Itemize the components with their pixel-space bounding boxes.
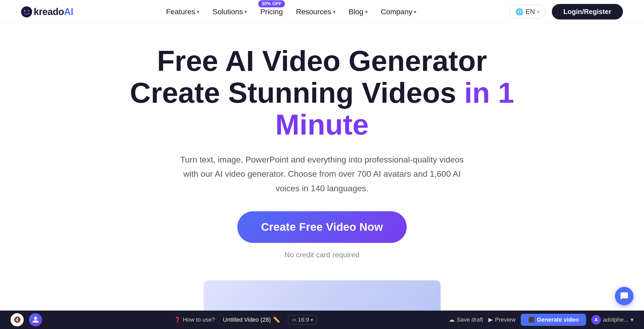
svg-point-2 — [28, 10, 30, 12]
nav-item-resources[interactable]: Resources ▾ — [296, 8, 336, 16]
preview-button[interactable]: ▶ Preview — [488, 316, 515, 323]
chat-support-button[interactable] — [615, 287, 633, 305]
svg-point-1 — [24, 10, 26, 12]
no-credit-text: No credit card required — [284, 251, 360, 259]
generate-icon: ⬛ — [528, 317, 535, 323]
bottom-right: ☁ Save draft ▶ Preview ⬛ Generate video … — [449, 314, 633, 326]
globe-icon: 🌐 — [515, 8, 523, 16]
nav-right: 🌐 EN ▾ Login/Register — [509, 4, 623, 19]
nav-item-pricing[interactable]: 30% OFF Pricing — [260, 8, 283, 16]
how-to-use[interactable]: ❓ How to use? — [174, 316, 215, 323]
save-draft-button[interactable]: ☁ Save draft — [449, 316, 483, 323]
blog-chevron-icon: ▾ — [365, 9, 368, 15]
mute-icon: 🔇 — [14, 316, 21, 323]
resources-chevron-icon: ▾ — [333, 9, 336, 15]
bottom-left: 🔇 — [11, 313, 42, 326]
bottom-center: ❓ How to use? Untitled Video (28) ✏️ ▭ 1… — [174, 315, 317, 325]
aspect-chevron-icon: ▾ — [311, 317, 313, 322]
svg-point-0 — [21, 6, 32, 17]
video-title: Untitled Video (28) ✏️ — [223, 316, 280, 323]
lang-chevron-icon: ▾ — [537, 9, 539, 15]
aspect-ratio-selector[interactable]: ▭ 16:9 ▾ — [288, 315, 317, 325]
nav-item-solutions[interactable]: Solutions ▾ — [213, 8, 247, 16]
nav-item-blog[interactable]: Blog ▾ — [349, 8, 368, 16]
create-free-video-button[interactable]: Create Free Video Now — [237, 211, 407, 243]
user-chevron-icon: ▾ — [631, 316, 633, 323]
question-icon: ❓ — [174, 317, 181, 323]
pricing-discount-badge: 30% OFF — [258, 0, 285, 7]
company-chevron-icon: ▾ — [414, 9, 416, 15]
login-register-button[interactable]: Login/Register — [552, 4, 623, 19]
user-avatar: A — [591, 315, 601, 325]
features-chevron-icon: ▾ — [197, 9, 199, 15]
avatar-preview — [29, 313, 42, 326]
hero-section: Free AI Video Generator Create Stunning … — [0, 24, 644, 329]
nav-links: Features ▾ Solutions ▾ 30% OFF Pricing R… — [166, 8, 416, 16]
user-menu[interactable]: A adolphe... ▾ — [591, 315, 633, 325]
play-icon: ▶ — [488, 316, 493, 323]
nav-item-company[interactable]: Company ▾ — [381, 8, 417, 16]
mute-button[interactable]: 🔇 — [11, 313, 24, 326]
hero-title: Free AI Video Generator Create Stunning … — [85, 45, 559, 140]
edit-icon[interactable]: ✏️ — [273, 316, 280, 323]
aspect-ratio-icon: ▭ — [292, 317, 296, 323]
save-icon: ☁ — [449, 316, 455, 323]
logo[interactable]: kreadoAI — [21, 6, 73, 17]
navbar: kreadoAI Features ▾ Solutions ▾ 30% OFF … — [0, 0, 644, 24]
language-button[interactable]: 🌐 EN ▾ — [509, 5, 545, 19]
solutions-chevron-icon: ▾ — [244, 9, 247, 15]
nav-item-features[interactable]: Features ▾ — [166, 8, 199, 16]
chat-icon — [620, 292, 629, 301]
logo-text: kreadoAI — [34, 6, 73, 17]
hero-subtitle: Turn text, image, PowerPoint and everyth… — [177, 153, 467, 195]
logo-icon — [21, 6, 32, 17]
generate-video-button[interactable]: ⬛ Generate video — [521, 314, 586, 326]
bottom-editor-strip: 🔇 ❓ How to use? Untitled Video (28) ✏️ ▭… — [0, 311, 644, 329]
